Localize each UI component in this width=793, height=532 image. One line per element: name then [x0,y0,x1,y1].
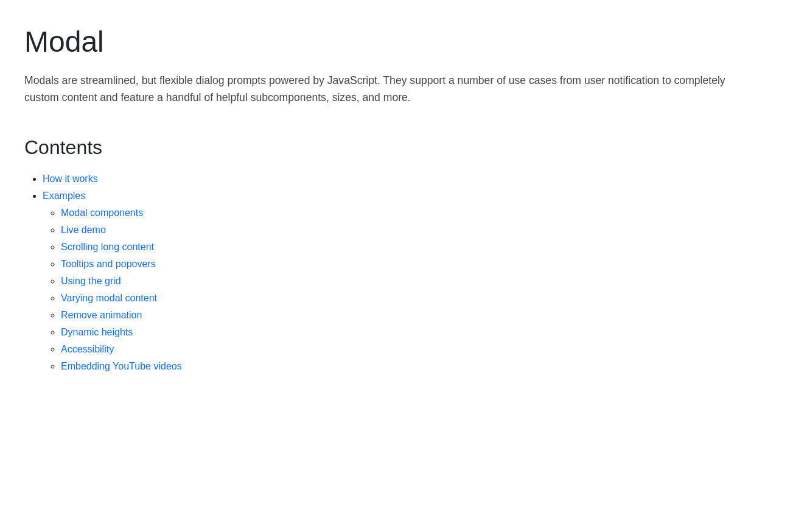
list-item: Accessibility [61,344,769,355]
list-item: Scrolling long content [61,242,769,253]
list-item: Using the grid [61,276,769,287]
embedding-youtube-videos-link[interactable]: Embedding YouTube videos [61,361,182,371]
list-item: How it works [43,173,769,184]
page-description: Modals are streamlined, but flexible dia… [24,72,755,106]
scrolling-long-content-link[interactable]: Scrolling long content [61,242,154,252]
tooltips-and-popovers-link[interactable]: Tooltips and popovers [61,259,156,269]
contents-heading: Contents [24,136,769,159]
contents-sub-list: Modal components Live demo Scrolling lon… [43,208,769,372]
list-item: Dynamic heights [61,327,769,338]
varying-modal-content-link[interactable]: Varying modal content [61,293,157,303]
list-item: Remove animation [61,310,769,321]
list-item: Modal components [61,208,769,219]
accessibility-link[interactable]: Accessibility [61,344,114,354]
remove-animation-link[interactable]: Remove animation [61,310,142,320]
modal-components-link[interactable]: Modal components [61,208,143,218]
list-item: Live demo [61,225,769,236]
examples-link[interactable]: Examples [43,191,85,201]
live-demo-link[interactable]: Live demo [61,225,106,235]
page-title: Modal [24,24,769,60]
list-item: Examples Modal components Live demo Scro… [43,191,769,372]
list-item: Tooltips and popovers [61,259,769,270]
contents-top-list: How it works Examples Modal components L… [24,173,769,372]
how-it-works-link[interactable]: How it works [43,173,98,184]
list-item: Embedding YouTube videos [61,361,769,372]
using-the-grid-link[interactable]: Using the grid [61,276,121,286]
list-item: Varying modal content [61,293,769,304]
dynamic-heights-link[interactable]: Dynamic heights [61,327,133,337]
